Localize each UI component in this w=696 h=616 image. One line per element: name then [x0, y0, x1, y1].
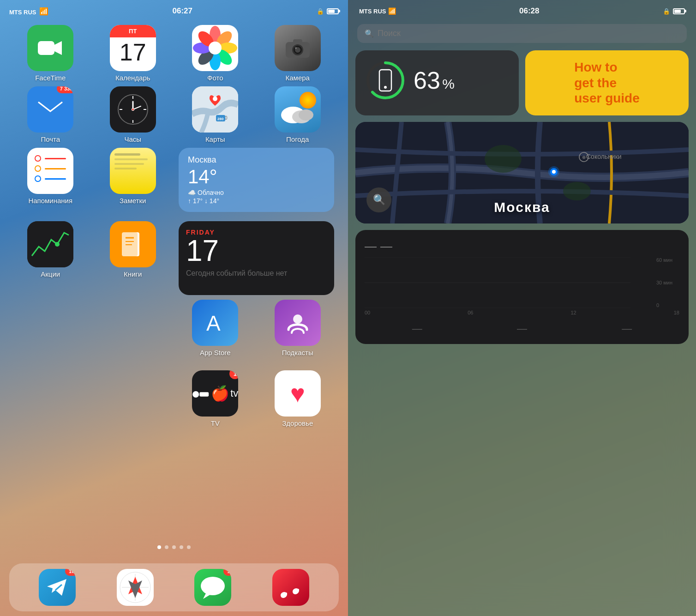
- weather-label: Погода: [286, 135, 309, 143]
- dock-telegram[interactable]: 10: [39, 569, 76, 606]
- dock-messages[interactable]: 1: [194, 569, 231, 606]
- svg-rect-0: [38, 41, 54, 55]
- camera-icon: [275, 25, 321, 71]
- heart-icon: ♥: [290, 379, 305, 408]
- app-weather[interactable]: Погода: [261, 86, 335, 143]
- carrier-left: MTS RUS 📶: [9, 7, 48, 16]
- search-bar[interactable]: 🔍: [357, 24, 687, 43]
- calendar-date: 17: [110, 39, 156, 66]
- app-reminders[interactable]: Напоминания: [14, 148, 87, 212]
- battery-widget[interactable]: 63 %: [355, 50, 519, 115]
- books-icon: [110, 221, 156, 267]
- app-grid-row2: 7 330 Почта: [0, 86, 348, 152]
- chart-val-3: —: [622, 323, 632, 335]
- mail-label: Почта: [41, 135, 60, 143]
- dock-safari[interactable]: [117, 569, 154, 606]
- app-books[interactable]: Книги: [96, 221, 170, 295]
- facetime-label: FaceTime: [35, 74, 66, 82]
- chart-label-0: 0: [656, 302, 679, 308]
- app-stocks[interactable]: Акции: [14, 221, 87, 295]
- chart-dash-1: —: [365, 239, 378, 254]
- chart-time-18: 18: [674, 310, 679, 315]
- app-appstore[interactable]: A App Store: [179, 300, 252, 356]
- lock-icon-left: 🔒: [317, 8, 324, 15]
- search-input[interactable]: [378, 29, 679, 38]
- maps-widget[interactable]: Сокольники ⊕ 🔍 Москва: [355, 122, 689, 223]
- photos-label: Фото: [207, 74, 223, 82]
- calendar-day: ПТ: [110, 25, 156, 37]
- cal-widget-container: FRIDAY 17 Сегодня событий больше нет: [179, 221, 334, 295]
- clock-icon: [110, 86, 156, 133]
- status-bar-right: MTS RUS 📶 06:28 🔒: [348, 0, 696, 20]
- app-health[interactable]: ♥ Здоровье: [261, 370, 335, 427]
- mail-icon: 7 330: [27, 86, 73, 133]
- map-search-button[interactable]: 🔍: [366, 187, 391, 212]
- svg-text:⊕: ⊕: [582, 155, 586, 160]
- dock: 10: [0, 563, 348, 616]
- battery-percent-display: 63 %: [414, 66, 455, 94]
- svg-rect-47: [200, 392, 209, 396]
- appletv-icon: 1 🍎 tv: [192, 370, 238, 417]
- page-dots: [0, 541, 348, 554]
- app-camera[interactable]: Камера: [261, 25, 335, 82]
- lock-icon-right: 🔒: [663, 8, 670, 15]
- maps-icon: 280 280: [192, 86, 238, 133]
- app-notes[interactable]: Заметки: [96, 148, 170, 212]
- svg-text:280: 280: [217, 117, 224, 121]
- chart-label-60: 60 мин: [656, 257, 679, 263]
- battery-right: [673, 8, 685, 14]
- carrier-text-left: MTS RUS: [9, 9, 36, 16]
- safari-icon: [117, 569, 154, 606]
- app-maps[interactable]: 280 280 Карты: [179, 86, 252, 143]
- svg-rect-37: [27, 221, 73, 267]
- app-facetime[interactable]: FaceTime: [14, 25, 87, 82]
- app-clock[interactable]: Часы: [96, 86, 170, 143]
- app-photos[interactable]: Фото: [179, 25, 252, 82]
- page-dot-2: [165, 545, 168, 549]
- health-icon: ♥: [275, 370, 321, 417]
- left-phone-screen: MTS RUS 📶 06:27 🔒 FaceTime ПТ 17 К: [0, 0, 348, 616]
- guide-widget[interactable]: How toget theuser guide: [525, 50, 689, 115]
- dock-bar: 10: [9, 563, 339, 611]
- reminders-label: Напоминания: [28, 197, 72, 205]
- weather-desc: Облачно: [198, 189, 224, 196]
- chart-area: 60 мин 30 мин 0: [365, 257, 679, 308]
- svg-point-46: [192, 391, 199, 397]
- svg-rect-13: [293, 39, 302, 44]
- photos-icon: [192, 25, 238, 71]
- appstore-label: App Store: [200, 349, 231, 356]
- battery-widget-content: 63 %: [365, 60, 510, 101]
- weather-widget-container: Москва 14° ☁️ Облачно ↑ 17° ↓ 14°: [179, 148, 334, 212]
- carrier-right: MTS RUS 📶: [359, 7, 396, 15]
- chart-bottom-values: — — —: [365, 323, 679, 335]
- weather-widget-large[interactable]: Москва 14° ☁️ Облачно ↑ 17° ↓ 14°: [179, 148, 334, 212]
- time-left: 06:27: [173, 6, 192, 16]
- chart-val-1: —: [412, 323, 422, 335]
- app-mail[interactable]: 7 330 Почта: [14, 86, 87, 143]
- telegram-icon: 10: [39, 569, 76, 606]
- right-phone-screen: MTS RUS 📶 06:28 🔒 🔍: [348, 0, 696, 616]
- svg-marker-1: [54, 41, 62, 55]
- podcasts-label: Подкасты: [282, 349, 313, 356]
- svg-point-32: [213, 97, 217, 101]
- app-podcasts[interactable]: Подкасты: [261, 300, 335, 356]
- dock-music[interactable]: [272, 569, 309, 606]
- app-calendar[interactable]: ПТ 17 Календарь: [96, 25, 170, 82]
- weather-icon: [275, 86, 321, 133]
- app-grid-row3: Напоминания Заметки Москва 14° ☁️: [0, 148, 348, 221]
- messages-icon: 1: [194, 569, 231, 606]
- status-right-left: 🔒: [317, 8, 339, 15]
- weather-temp: 14°: [188, 166, 325, 188]
- app-appletv[interactable]: 1 🍎 tv TV: [179, 370, 252, 427]
- calendar-widget-large[interactable]: FRIDAY 17 Сегодня событий больше нет: [179, 221, 334, 295]
- svg-point-60: [485, 145, 522, 173]
- widgets-area: 63 % How toget theuser guide: [348, 50, 696, 344]
- facetime-icon: [27, 25, 73, 71]
- wifi-icon-right: 📶: [388, 7, 396, 15]
- status-bar-left: MTS RUS 📶 06:27 🔒: [0, 0, 348, 20]
- battery-fill-left: [328, 10, 335, 13]
- chart-dash-2: —: [380, 239, 394, 254]
- weather-range: ↑ 17° ↓ 14°: [188, 197, 325, 205]
- carrier-text-right: MTS RUS: [359, 8, 386, 15]
- chart-labels-right: 60 мин 30 мин 0: [656, 257, 679, 308]
